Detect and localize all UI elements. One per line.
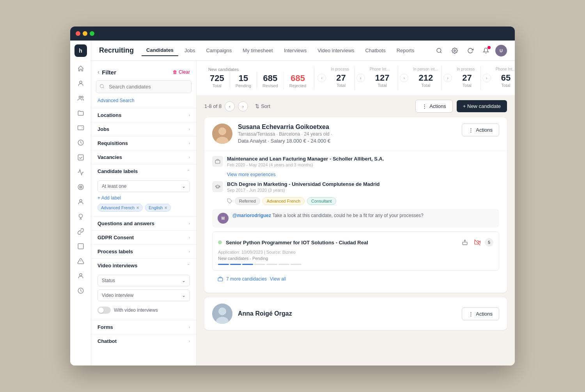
team-icon[interactable] — [74, 92, 87, 104]
user-avatar[interactable]: U — [495, 45, 507, 57]
nav-interviews[interactable]: Interviews — [279, 45, 312, 56]
nav-jobs[interactable]: Jobs — [180, 45, 200, 56]
advanced-search-link[interactable]: Advanced Search — [91, 98, 196, 108]
titlebar — [70, 26, 515, 41]
clear-button[interactable]: 🗑 Clear — [173, 69, 190, 75]
gdpr-section: GDPR Consent › — [91, 230, 196, 244]
label-tags: Advanced French ✕ English ✕ — [98, 204, 190, 212]
vacancies-header[interactable]: Vacancies › — [91, 150, 196, 164]
stats-inperson1-arrow[interactable]: › — [443, 74, 452, 82]
candidate-body: Maintenance and Lean Facturing Manager -… — [204, 150, 507, 293]
svg-rect-24 — [215, 160, 220, 163]
candidate-labels-section: Candidate labels ⌃ At least one ⌄ + Add … — [91, 164, 196, 216]
view-all-link[interactable]: View all — [270, 276, 286, 282]
home-icon[interactable] — [74, 62, 87, 75]
locations-header[interactable]: Locations › — [91, 108, 196, 122]
main-content: New candidates 725 Total 15 Pending — [197, 61, 515, 366]
stat-revised: 685 Revised — [257, 72, 284, 90]
award-icon[interactable] — [74, 210, 87, 223]
vacancies-chevron-icon: › — [189, 155, 190, 159]
process-labels-header[interactable]: Process labels › — [91, 245, 196, 258]
video-status-dropdown[interactable]: Status ⌄ — [98, 275, 190, 286]
chart-icon[interactable] — [74, 166, 87, 178]
stats-new-candidates-label: New candidates — [204, 66, 312, 72]
folder-icon[interactable] — [74, 107, 87, 119]
stats-phone1-label: Phone Int... — [370, 67, 395, 71]
tag-advanced-french: Advanced French ✕ — [98, 204, 143, 212]
nav-video-interviews[interactable]: Video interviews — [313, 45, 359, 56]
refresh-button[interactable] — [464, 44, 477, 57]
nav-candidates[interactable]: Candidates — [142, 45, 178, 56]
wallet-icon[interactable] — [74, 122, 87, 134]
questions-header[interactable]: Questions and answers › — [91, 217, 196, 230]
pipeline-prev-btn[interactable]: ‹ — [225, 101, 235, 111]
nav-campaigns[interactable]: Campaigns — [202, 45, 237, 56]
settings-button[interactable] — [448, 44, 461, 57]
video-interviews-chevron-icon: ⌃ — [187, 263, 190, 268]
alert-icon[interactable] — [74, 255, 87, 267]
candidate-labels-header[interactable]: Candidate labels ⌃ — [91, 164, 196, 178]
application-card: Senior Python Programmer for IOT Solutio… — [212, 231, 499, 271]
pipeline-actions-button[interactable]: ⋮ Actions — [415, 100, 453, 113]
profile2-icon[interactable] — [74, 196, 87, 208]
process-labels-section: Process labels › — [91, 244, 196, 258]
label-dropdown[interactable]: At least one ⌄ — [98, 180, 190, 192]
gdpr-header[interactable]: GDPR Consent › — [91, 231, 196, 244]
stats-inprocess-arrow[interactable]: › — [356, 74, 365, 82]
maximize-dot[interactable] — [90, 31, 94, 36]
jobs-header[interactable]: Jobs › — [91, 122, 196, 136]
clock2-icon[interactable] — [74, 284, 87, 297]
svg-point-10 — [79, 214, 82, 217]
more-candidacies-link[interactable]: 7 more candidacies — [226, 276, 267, 282]
box-icon[interactable] — [74, 240, 87, 253]
view-more-experiences[interactable]: View more experiences — [227, 172, 499, 177]
candidate-2-actions-button[interactable]: ⋮ Actions — [462, 307, 499, 320]
pipeline-next-btn[interactable]: › — [238, 101, 248, 111]
progress-step-5 — [266, 264, 277, 265]
sort-button[interactable]: ⇅ Sort — [251, 102, 274, 111]
nav-chatbots[interactable]: Chatbots — [361, 45, 390, 56]
nav-timesheet[interactable]: My timesheet — [238, 45, 277, 56]
video-interview-dropdown[interactable]: Video interview ⌄ — [98, 290, 190, 301]
app-video-off-icon[interactable] — [472, 237, 482, 247]
video-interviews-header[interactable]: Video interviews ⌃ — [91, 259, 196, 272]
stats-inprocess-label: In process — [331, 67, 351, 71]
close-dot[interactable] — [76, 31, 80, 36]
requisitions-header[interactable]: Requisitions › — [91, 136, 196, 150]
clock-icon[interactable] — [74, 136, 87, 149]
nav-reports[interactable]: Reports — [392, 45, 419, 56]
experience-item-1: Maintenance and Lean Facturing Manager -… — [212, 156, 499, 167]
remove-tag-english[interactable]: ✕ — [164, 206, 167, 210]
back-arrow-icon[interactable]: ‹ — [98, 69, 99, 76]
minimize-dot[interactable] — [83, 31, 87, 36]
comment-text: @mariorodriguez Take a look at this cand… — [232, 213, 424, 218]
new-candidate-button[interactable]: + New candidate — [457, 100, 507, 112]
stats-phone2-label: Phone Int... — [496, 67, 515, 71]
remove-tag-french[interactable]: ✕ — [136, 206, 139, 210]
chatbot-header[interactable]: Chatbot › — [91, 334, 196, 348]
tag-advanced-french-label: Advanced French — [262, 197, 305, 205]
forms-header[interactable]: Forms › — [91, 320, 196, 334]
stats-prev-arrow[interactable]: ‹ — [317, 74, 326, 82]
add-label-button[interactable]: + Add label — [98, 195, 190, 201]
search-button[interactable] — [433, 44, 445, 57]
link-icon[interactable] — [74, 225, 87, 238]
notification-button[interactable] — [480, 44, 492, 57]
target-icon[interactable] — [74, 181, 87, 193]
stats-inprocess2-arrow[interactable]: › — [482, 74, 491, 82]
video-interview-toggle[interactable] — [98, 307, 111, 314]
person-icon[interactable] — [74, 77, 87, 90]
svg-point-27 — [464, 240, 466, 241]
search-input[interactable] — [96, 80, 191, 93]
svg-line-20 — [103, 87, 104, 88]
progress-step-6 — [278, 264, 289, 265]
filter-title: ‹ Filter — [98, 69, 116, 76]
video-interview-toggle-label: With video interviews — [114, 307, 158, 313]
candidate-actions-button[interactable]: ⋮ Actions — [462, 124, 499, 136]
check-icon[interactable] — [74, 151, 87, 164]
app-window: h — [70, 26, 515, 366]
app-robot-icon[interactable] — [460, 237, 470, 247]
notification-badge — [488, 46, 491, 49]
stats-phone1-arrow[interactable]: › — [400, 74, 408, 82]
user2-icon[interactable] — [74, 270, 87, 282]
